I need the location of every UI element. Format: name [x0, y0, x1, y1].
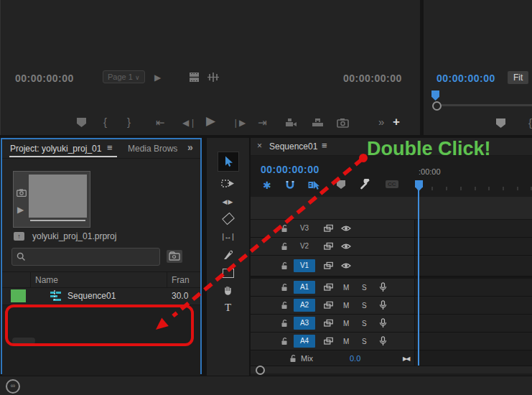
mute-button[interactable]: M	[343, 338, 349, 345]
breadcrumb[interactable]: yolyuki_proj_01.prproj	[32, 231, 116, 241]
navigate-up-icon[interactable]: ↑	[14, 232, 24, 241]
search-box[interactable]	[11, 248, 160, 266]
mute-button[interactable]: M	[343, 284, 349, 292]
lock-icon[interactable]	[281, 261, 289, 270]
button-editor-icon[interactable]: +	[393, 116, 400, 128]
panel-menu-icon[interactable]: ≡	[322, 141, 327, 150]
sync-lock-icon[interactable]	[324, 262, 333, 270]
column-header-name[interactable]: Name	[35, 275, 58, 285]
playhead-line[interactable]	[418, 190, 419, 366]
timeline-scrollbar-handle[interactable]	[256, 366, 265, 375]
sequence-name[interactable]: Sequence01	[67, 291, 116, 301]
voiceover-mic-icon[interactable]	[378, 336, 388, 346]
mix-level-value[interactable]: 0.0	[350, 354, 360, 363]
preview-thumbnail[interactable]: ▶	[13, 171, 90, 228]
play-page-icon[interactable]: ▶	[154, 73, 161, 82]
selection-tool[interactable]	[207, 152, 249, 172]
track-label[interactable]: V1	[294, 259, 315, 272]
type-tool[interactable]: T	[207, 302, 249, 314]
program-playhead[interactable]	[431, 90, 439, 101]
goto-out-icon[interactable]: ⇥	[258, 117, 267, 128]
razor-tool[interactable]	[207, 215, 249, 223]
program-add-marker-icon[interactable]	[496, 118, 505, 128]
keyframe-toggle-icon[interactable]: ▶◀	[403, 355, 409, 361]
slip-tool[interactable]: |↔|	[207, 232, 249, 241]
panel-menu-icon[interactable]: ≡	[107, 143, 113, 152]
sync-lock-icon[interactable]	[324, 302, 333, 310]
solo-button[interactable]: S	[362, 320, 367, 327]
track-label[interactable]: V2	[294, 240, 315, 253]
solo-button[interactable]: S	[362, 338, 367, 345]
lock-icon[interactable]	[281, 283, 289, 292]
solo-button[interactable]: S	[362, 284, 367, 292]
track-label[interactable]: A2	[294, 299, 315, 312]
track-label[interactable]: A4	[294, 335, 315, 348]
tab-sequence01[interactable]: Sequence01	[269, 141, 317, 152]
mark-out-icon[interactable]: }	[127, 116, 131, 127]
export-frame-icon[interactable]	[337, 118, 349, 128]
goto-in-icon[interactable]: ⇤	[156, 117, 165, 128]
toggle-track-output-eye-icon[interactable]	[341, 225, 351, 232]
source-position-timecode[interactable]: 00:00:00:00	[15, 73, 74, 84]
voiceover-mic-icon[interactable]	[378, 282, 388, 292]
nest-sequences-icon[interactable]: ✱	[263, 180, 271, 191]
sync-lock-icon[interactable]	[324, 338, 333, 345]
close-icon[interactable]: ×	[257, 141, 262, 150]
sync-lock-icon[interactable]	[324, 243, 333, 251]
sync-lock-icon[interactable]	[324, 284, 333, 292]
mute-button[interactable]: M	[343, 320, 349, 327]
play-icon[interactable]: ▶	[206, 115, 215, 127]
table-row[interactable]: Sequence01 30.0	[2, 287, 200, 305]
panel-overflow-icon[interactable]: »	[187, 142, 193, 152]
ripple-edit-tool[interactable]: ◀▶	[207, 198, 249, 205]
rectangle-tool[interactable]	[207, 269, 249, 278]
program-mark-in-icon[interactable]: {	[528, 117, 532, 128]
preview-play-icon[interactable]: ▶	[17, 205, 24, 214]
search-input[interactable]	[29, 250, 158, 264]
solo-button[interactable]: S	[362, 302, 367, 310]
lock-icon[interactable]	[281, 301, 289, 310]
overwrite-icon[interactable]	[312, 118, 324, 128]
program-scrollbar[interactable]	[442, 104, 532, 106]
track-label[interactable]: V3	[294, 222, 315, 235]
mute-button[interactable]: M	[343, 302, 349, 310]
timeline-timecode[interactable]: 00:00:00:00	[261, 164, 319, 175]
timeline-settings-wrench-icon[interactable]	[360, 179, 372, 190]
preview-scrub-bar[interactable]	[30, 220, 85, 221]
sync-lock-icon[interactable]	[324, 320, 333, 327]
toggle-track-output-eye-icon[interactable]	[341, 243, 351, 250]
mark-in-icon[interactable]: {	[103, 116, 107, 127]
toggle-track-output-eye-icon[interactable]	[341, 262, 351, 269]
lock-icon[interactable]	[281, 242, 289, 251]
creative-cloud-icon[interactable]: ∞	[6, 379, 20, 394]
linked-selection-icon[interactable]	[308, 180, 319, 190]
page-selector[interactable]: Page 1 ∨	[103, 70, 145, 83]
track-select-forward-tool[interactable]	[207, 179, 249, 189]
track-label[interactable]: A1	[294, 281, 315, 294]
tab-project[interactable]: Project: yolyuki_proj_01	[10, 144, 101, 154]
voiceover-mic-icon[interactable]	[378, 318, 388, 328]
lock-icon[interactable]	[289, 354, 297, 363]
label-color-swatch[interactable]	[11, 289, 26, 302]
drag-video-icon[interactable]	[188, 71, 200, 83]
timeline-add-marker-icon[interactable]	[337, 180, 345, 189]
step-back-icon[interactable]: ◀❘	[182, 118, 196, 127]
program-scrollbar-handle[interactable]	[432, 101, 442, 111]
lock-icon[interactable]	[281, 319, 289, 327]
fit-dropdown[interactable]: Fit	[508, 71, 528, 84]
add-marker-icon[interactable]	[77, 118, 86, 127]
panel-divider[interactable]	[420, 0, 424, 135]
column-header-framerate[interactable]: Fran	[172, 275, 190, 285]
program-position-timecode[interactable]: 00:00:00:00	[437, 73, 495, 84]
step-forward-icon[interactable]: ❘▶	[232, 118, 246, 127]
snap-magnet-icon[interactable]	[285, 180, 295, 190]
more-controls-icon[interactable]: »	[378, 116, 384, 127]
search-bin-button[interactable]	[167, 250, 182, 263]
sync-lock-icon[interactable]	[324, 225, 333, 233]
time-ruler[interactable]	[414, 178, 532, 192]
voiceover-mic-icon[interactable]	[378, 300, 388, 310]
timeline-scrollbar[interactable]	[251, 366, 532, 373]
track-label[interactable]: A3	[294, 317, 315, 330]
drag-audio-icon[interactable]	[207, 72, 219, 83]
hand-tool[interactable]	[207, 285, 249, 296]
